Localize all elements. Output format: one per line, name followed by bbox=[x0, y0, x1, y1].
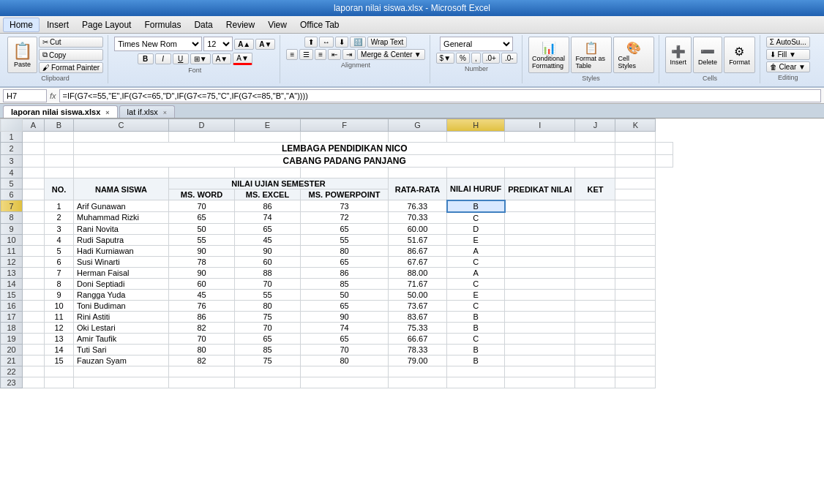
cell-I18[interactable] bbox=[505, 322, 575, 333]
cell-E13-excel[interactable]: 88 bbox=[235, 267, 301, 278]
decrease-indent-button[interactable]: ⇤ bbox=[328, 49, 341, 60]
cell-F22[interactable] bbox=[301, 366, 389, 377]
cell-H22[interactable] bbox=[447, 366, 505, 377]
cell-H20-huruf[interactable]: B bbox=[447, 344, 505, 355]
cell-I8[interactable] bbox=[505, 212, 575, 224]
row-header-10[interactable]: 10 bbox=[1, 234, 23, 245]
row-header-7[interactable]: 7 bbox=[1, 200, 23, 212]
cell-A9[interactable] bbox=[23, 223, 45, 234]
decrease-font-button[interactable]: A▼ bbox=[255, 39, 275, 50]
cell-H14-huruf[interactable]: C bbox=[447, 278, 505, 289]
cell-D18-word[interactable]: 82 bbox=[169, 322, 235, 333]
cell-I19[interactable] bbox=[505, 333, 575, 344]
row-header-22[interactable]: 22 bbox=[1, 366, 23, 377]
cell-K7[interactable] bbox=[615, 200, 656, 212]
cell-B5-no[interactable]: NO. bbox=[45, 178, 74, 200]
cell-D9-word[interactable]: 50 bbox=[169, 223, 235, 234]
font-color-button[interactable]: A▼ bbox=[233, 53, 252, 65]
fill-button[interactable]: ⬇ Fill ▼ bbox=[766, 49, 810, 60]
row-header-2[interactable]: 2 bbox=[1, 143, 23, 155]
cell-J10[interactable] bbox=[575, 234, 615, 245]
menu-formulas[interactable]: Formulas bbox=[138, 18, 187, 31]
row-header-18[interactable]: 18 bbox=[1, 322, 23, 333]
cell-J16[interactable] bbox=[575, 300, 615, 311]
cell-K8[interactable] bbox=[615, 212, 656, 224]
cell-C11-nama[interactable]: Hadi Kurniawan bbox=[74, 245, 169, 256]
underline-button[interactable]: U bbox=[173, 53, 189, 64]
cell-C15-nama[interactable]: Rangga Yuda bbox=[74, 289, 169, 300]
row-header-12[interactable]: 12 bbox=[1, 256, 23, 267]
cell-B18-no[interactable]: 12 bbox=[45, 322, 74, 333]
cell-K1[interactable] bbox=[615, 132, 656, 143]
col-header-D[interactable]: D bbox=[169, 119, 235, 132]
insert-button[interactable]: ➕ Insert bbox=[665, 37, 692, 73]
cell-F23[interactable] bbox=[301, 377, 389, 388]
tab-lat-if[interactable]: lat if.xlsx × bbox=[119, 105, 176, 118]
border-button[interactable]: ⊞▼ bbox=[190, 53, 211, 64]
row-header-20[interactable]: 20 bbox=[1, 344, 23, 355]
cell-K13[interactable] bbox=[615, 267, 656, 278]
cell-H10-huruf[interactable]: E bbox=[447, 234, 505, 245]
cell-K11[interactable] bbox=[615, 245, 656, 256]
cell-H21-huruf[interactable]: B bbox=[447, 355, 505, 366]
cell-B13-no[interactable]: 7 bbox=[45, 267, 74, 278]
cell-A12[interactable] bbox=[23, 256, 45, 267]
copy-button[interactable]: ⧉ Copy bbox=[39, 49, 103, 61]
increase-indent-button[interactable]: ⇥ bbox=[342, 49, 356, 60]
cell-F17-ppt[interactable]: 90 bbox=[301, 311, 389, 322]
tab-close-laporan[interactable]: × bbox=[105, 109, 109, 116]
cell-J14[interactable] bbox=[575, 278, 615, 289]
cell-J4[interactable] bbox=[575, 168, 615, 178]
cell-J23[interactable] bbox=[575, 377, 615, 388]
cell-I11[interactable] bbox=[505, 245, 575, 256]
cell-J15[interactable] bbox=[575, 289, 615, 300]
cell-F13-ppt[interactable]: 86 bbox=[301, 267, 389, 278]
col-header-H[interactable]: H bbox=[447, 119, 505, 132]
cell-D21-word[interactable]: 82 bbox=[169, 355, 235, 366]
cell-C3-title[interactable]: CABANG PADANG PANJANG bbox=[74, 155, 615, 168]
cell-J9[interactable] bbox=[575, 223, 615, 234]
cell-C8-nama[interactable]: Muhammad Rizki bbox=[74, 212, 169, 224]
cell-I16[interactable] bbox=[505, 300, 575, 311]
cell-F18-ppt[interactable]: 74 bbox=[301, 322, 389, 333]
cell-I12[interactable] bbox=[505, 256, 575, 267]
cell-C9-nama[interactable]: Rani Novita bbox=[74, 223, 169, 234]
cell-K15[interactable] bbox=[615, 289, 656, 300]
cell-E14-excel[interactable]: 70 bbox=[235, 278, 301, 289]
row-header-15[interactable]: 15 bbox=[1, 289, 23, 300]
menu-view[interactable]: View bbox=[262, 18, 293, 31]
cell-H8-huruf[interactable]: C bbox=[447, 212, 505, 224]
cell-K14[interactable] bbox=[615, 278, 656, 289]
cell-A10[interactable] bbox=[23, 234, 45, 245]
cut-button[interactable]: ✂ Cut bbox=[39, 37, 103, 48]
cell-F6-ppt[interactable]: MS. POWERPOINT bbox=[301, 189, 389, 200]
cell-G21-rata[interactable]: 79.00 bbox=[389, 355, 447, 366]
cell-G23[interactable] bbox=[389, 377, 447, 388]
cell-B12-no[interactable]: 6 bbox=[45, 256, 74, 267]
cell-C5-nama[interactable]: NAMA SISWA bbox=[74, 178, 169, 200]
cell-E18-excel[interactable]: 70 bbox=[235, 322, 301, 333]
cell-G4[interactable] bbox=[389, 168, 447, 178]
cell-F10-ppt[interactable]: 55 bbox=[301, 234, 389, 245]
cell-I5-predikat[interactable]: PREDIKAT NILAI bbox=[505, 178, 575, 200]
cell-K5[interactable] bbox=[615, 178, 656, 189]
currency-button[interactable]: $▼ bbox=[436, 53, 454, 64]
col-header-J[interactable]: J bbox=[575, 119, 615, 132]
cell-J7[interactable] bbox=[575, 200, 615, 212]
cell-A18[interactable] bbox=[23, 322, 45, 333]
cell-K23[interactable] bbox=[615, 377, 656, 388]
cell-B16-no[interactable]: 10 bbox=[45, 300, 74, 311]
cell-E6-excel[interactable]: MS. EXCEL bbox=[235, 189, 301, 200]
cell-E22[interactable] bbox=[235, 366, 301, 377]
cell-H13-huruf[interactable]: A bbox=[447, 267, 505, 278]
cell-E7-excel[interactable]: 86 bbox=[235, 200, 301, 212]
cell-C17-nama[interactable]: Rini Astiti bbox=[74, 311, 169, 322]
row-header-14[interactable]: 14 bbox=[1, 278, 23, 289]
row-header-6[interactable]: 6 bbox=[1, 189, 23, 200]
align-middle-button[interactable]: ↔ bbox=[319, 37, 334, 48]
cell-F7-ppt[interactable]: 73 bbox=[301, 200, 389, 212]
cell-A20[interactable] bbox=[23, 344, 45, 355]
cell-G9-rata[interactable]: 60.00 bbox=[389, 223, 447, 234]
cell-D19-word[interactable]: 70 bbox=[169, 333, 235, 344]
cell-A23[interactable] bbox=[23, 377, 45, 388]
